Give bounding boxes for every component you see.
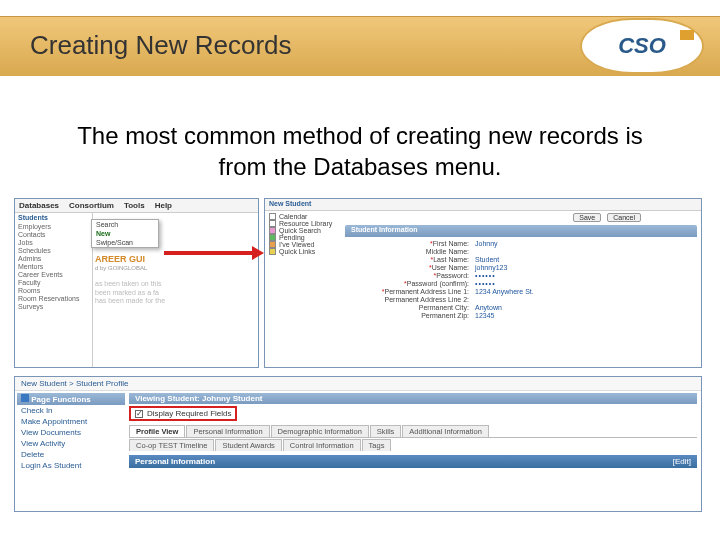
student-form: *First Name:Johnny Middle Name: *Last Na… [345,239,697,363]
tab-profile-view[interactable]: Profile View [129,425,185,437]
required-fields-checkbox[interactable] [135,410,143,418]
field-label: *First Name: [345,240,475,247]
pf-link[interactable]: View Documents [17,427,125,438]
tab-demographic[interactable]: Demographic Information [271,425,369,437]
password-confirm-field[interactable]: •••••• [475,280,496,287]
logo-text: CSO [618,33,666,59]
sidebar-item[interactable]: Jobs [18,239,89,246]
subtab-coop[interactable]: Co-op TEST Timeline [129,439,214,451]
checkbox-icon [269,227,276,234]
widget-calendar[interactable]: Calendar [267,213,341,220]
page-functions-header: Page Functions [17,393,125,405]
field-label: *Last Name: [345,256,475,263]
left-widgets: Calendar Resource Library Quick Search P… [267,213,341,255]
checkbox-icon [269,234,276,241]
sidebar-item[interactable]: Surveys [18,303,89,310]
profile-tabs: Profile View Personal Information Demogr… [129,425,697,437]
field-label: Permanent City: [345,304,475,311]
bg-line: as been taken on this [95,280,254,288]
page-title: Creating New Records [30,30,292,61]
field-label: *User Name: [345,264,475,271]
checkbox-icon [269,220,276,227]
sidebar-header-students[interactable]: Students [18,214,89,221]
field-label: *Password (confirm): [345,280,475,287]
menu-databases[interactable]: Databases [19,201,59,210]
widget-resource[interactable]: Resource Library [267,220,341,227]
sidebar-item[interactable]: Mentors [18,263,89,270]
menu-tools[interactable]: Tools [124,201,145,210]
password-field[interactable]: •••••• [475,272,496,279]
breadcrumb: New Student > Student Profile [15,377,701,391]
tab-skills[interactable]: Skills [370,425,402,437]
flyout-search[interactable]: Search [92,220,158,229]
zip-field[interactable]: 12345 [475,312,494,319]
page-functions-icon [21,394,29,402]
profile-subtabs: Co-op TEST Timeline Student Awards Contr… [129,437,697,451]
city-field[interactable]: Anytown [475,304,502,311]
pf-link[interactable]: Delete [17,449,125,460]
flyout-swipe[interactable]: Swipe/Scan [92,238,158,247]
cso-logo: CSO [582,20,702,72]
first-name-field[interactable]: Johnny [475,240,498,247]
username-field[interactable]: johnny123 [475,264,507,271]
pf-link[interactable]: View Activity [17,438,125,449]
app-menubar: Databases Consortium Tools Help [15,199,258,213]
sidebar-item[interactable]: Admins [18,255,89,262]
widget-label: Pending [279,234,305,241]
widget-label: I've Viewed [279,241,314,248]
subtab-awards[interactable]: Student Awards [215,439,281,451]
widget-viewed[interactable]: I've Viewed [267,241,341,248]
subtab-control[interactable]: Control Information [283,439,361,451]
viewing-header: Viewing Student: Johnny Student [129,393,697,404]
screenshot-new-student-form: New Student Save Cancel Calendar Resourc… [264,198,702,368]
bg-line: has been made for the [95,297,254,305]
display-required-callout: Display Required Fields [129,406,237,421]
student-name: Johnny Student [202,394,262,403]
field-label: *Password: [345,272,475,279]
checkbox-label: Display Required Fields [147,409,231,418]
slide-body-text: The most common method of creating new r… [70,120,650,182]
menu-help[interactable]: Help [155,201,172,210]
screenshot-databases-menu: Databases Consortium Tools Help Students… [14,198,259,368]
section-header: Student Information [345,225,697,237]
address1-field[interactable]: 1234 Anywhere St. [475,288,534,295]
pf-link[interactable]: Check In [17,405,125,416]
background-content: AREER GUI d by GOINGLOBAL as been taken … [95,254,254,306]
checkbox-icon [269,241,276,248]
arrow-line [164,251,252,255]
widget-quicklinks[interactable]: Quick Links [267,248,341,255]
widget-label: Quick Search [279,227,321,234]
cancel-button[interactable]: Cancel [607,213,641,222]
subtab-tags[interactable]: Tags [362,439,392,451]
widget-pending[interactable]: Pending [267,234,341,241]
sidebar-item[interactable]: Room Reservations [18,295,89,302]
breadcrumb: New Student [265,199,701,211]
tab-additional[interactable]: Additional Information [402,425,489,437]
widget-label: Quick Links [279,248,315,255]
sidebar-item[interactable]: Employers [18,223,89,230]
checkbox-icon [269,248,276,255]
tab-personal-info[interactable]: Personal Information [186,425,269,437]
sidebar-item[interactable]: Contacts [18,231,89,238]
sidebar-item[interactable]: Faculty [18,279,89,286]
databases-sidebar: Students Employers Contacts Jobs Schedul… [15,213,93,367]
save-button[interactable]: Save [573,213,601,222]
students-flyout-menu: Search New Swipe/Scan [91,219,159,248]
edit-link[interactable]: [Edit] [673,457,691,466]
pf-link[interactable]: Login As Student [17,460,125,471]
flyout-new[interactable]: New [92,229,158,238]
widget-quicksearch[interactable]: Quick Search [267,227,341,234]
sidebar-item[interactable]: Schedules [18,247,89,254]
sidebar-item[interactable]: Rooms [18,287,89,294]
last-name-field[interactable]: Student [475,256,499,263]
page-functions-panel: Page Functions Check In Make Appointment… [17,393,125,471]
pf-link[interactable]: Make Appointment [17,416,125,427]
field-label: Permanent Zip: [345,312,475,319]
profile-main: Viewing Student: Johnny Student Display … [129,393,697,468]
menu-consortium[interactable]: Consortium [69,201,114,210]
arrow-head-icon [252,246,264,260]
section-bar: Personal Information [Edit] [129,455,697,468]
field-label: *Permanent Address Line 1: [345,288,475,295]
bg-sub: d by GOINGLOBAL [95,265,254,272]
sidebar-item[interactable]: Career Events [18,271,89,278]
